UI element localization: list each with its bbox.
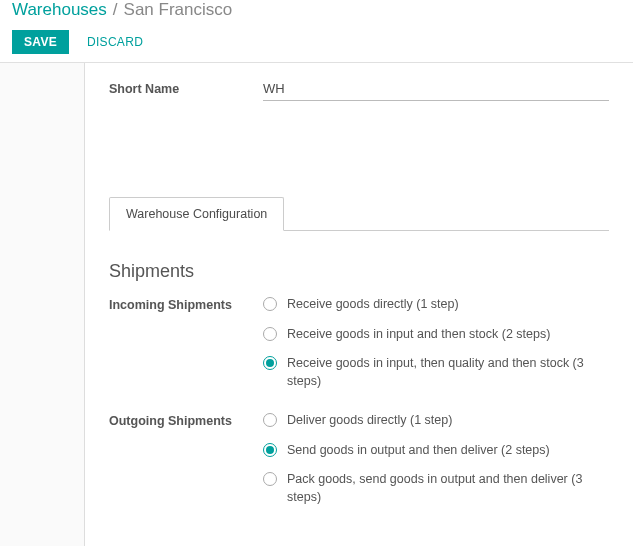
sheet-gutter [0, 63, 85, 546]
breadcrumb-current: San Francisco [124, 0, 233, 20]
radio-icon[interactable] [263, 297, 277, 311]
incoming-option[interactable]: Receive goods in input, then quality and… [263, 355, 609, 390]
incoming-option[interactable]: Receive goods in input and then stock (2… [263, 326, 609, 344]
outgoing-option[interactable]: Pack goods, send goods in output and the… [263, 471, 609, 506]
radio-label: Pack goods, send goods in output and the… [287, 471, 607, 506]
radio-icon[interactable] [263, 413, 277, 427]
short-name-label: Short Name [109, 82, 263, 96]
breadcrumb-sep: / [113, 0, 118, 20]
radio-label: Deliver goods directly (1 step) [287, 412, 452, 430]
radio-label: Receive goods in input and then stock (2… [287, 326, 550, 344]
breadcrumb: Warehouses / San Francisco [12, 0, 621, 30]
breadcrumb-root[interactable]: Warehouses [12, 0, 107, 20]
outgoing-options: Deliver goods directly (1 step)Send good… [263, 412, 609, 506]
discard-button[interactable]: DISCARD [87, 35, 143, 49]
outgoing-shipments-label: Outgoing Shipments [109, 412, 263, 428]
save-button[interactable]: SAVE [12, 30, 69, 54]
radio-icon[interactable] [263, 327, 277, 341]
incoming-option[interactable]: Receive goods directly (1 step) [263, 296, 609, 314]
radio-label: Receive goods directly (1 step) [287, 296, 459, 314]
outgoing-option[interactable]: Send goods in output and then deliver (2… [263, 442, 609, 460]
outgoing-option[interactable]: Deliver goods directly (1 step) [263, 412, 609, 430]
short-name-input[interactable] [263, 77, 609, 101]
tab-warehouse-configuration[interactable]: Warehouse Configuration [109, 197, 284, 231]
radio-label: Send goods in output and then deliver (2… [287, 442, 550, 460]
radio-icon[interactable] [263, 443, 277, 457]
incoming-shipments-label: Incoming Shipments [109, 296, 263, 312]
incoming-options: Receive goods directly (1 step)Receive g… [263, 296, 609, 390]
radio-label: Receive goods in input, then quality and… [287, 355, 607, 390]
radio-icon[interactable] [263, 472, 277, 486]
radio-icon[interactable] [263, 356, 277, 370]
section-title-shipments: Shipments [109, 261, 609, 282]
